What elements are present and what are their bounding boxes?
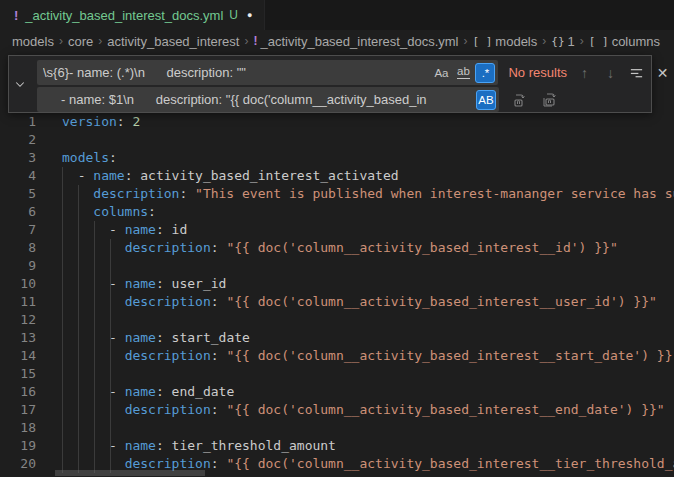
line-number: 6 xyxy=(0,203,36,221)
code-line: 2 xyxy=(0,131,674,149)
code-line: 12 xyxy=(0,311,674,329)
code-line: 11 description: "{{ doc('column__activit… xyxy=(0,293,674,311)
replace-row: - name: $1\n description: "{{ doc('colum… xyxy=(37,87,559,112)
code-line: 1version: 2 xyxy=(0,113,674,131)
code-line: 4 - name: activity_based_interest_activa… xyxy=(0,167,674,185)
line-number: 12 xyxy=(0,311,36,329)
toggle-replace-button[interactable] xyxy=(9,56,31,112)
breadcrumb-label: activity_based_interest xyxy=(107,34,239,49)
breadcrumb-separator-icon: › xyxy=(580,34,584,48)
find-in-selection-button[interactable] xyxy=(628,64,645,81)
find-status: No results xyxy=(508,65,567,80)
line-number: 1 xyxy=(0,113,36,131)
regex-toggle[interactable]: .* xyxy=(475,63,495,83)
find-input[interactable]: \s{6}- name: (.*)\n description: "" Aa a… xyxy=(37,60,498,85)
code-line: 18 xyxy=(0,419,674,437)
tab-activity-based-interest-docs[interactable]: ! _activity_based_interest_docs.yml U ● xyxy=(0,0,265,30)
line-number: 5 xyxy=(0,185,36,203)
code-area[interactable]: 1version: 223models:4 - name: activity_b… xyxy=(0,113,674,473)
breadcrumb: models›core›activity_based_interest›!_ac… xyxy=(0,30,674,52)
preserve-case-toggle[interactable]: AB xyxy=(476,90,496,110)
breadcrumb-item-columns[interactable]: [ ]columns xyxy=(589,34,660,49)
line-text: version: 2 xyxy=(62,113,140,131)
next-match-button[interactable]: ↓ xyxy=(602,64,619,81)
line-number: 14 xyxy=(0,347,36,365)
code-line: 14 description: "{{ doc('column__activit… xyxy=(0,347,674,365)
tab-filename: _activity_based_interest_docs.yml xyxy=(25,8,223,23)
breadcrumb-item-core[interactable]: core xyxy=(68,34,93,49)
replace-all-icon xyxy=(541,92,559,108)
breadcrumb-label: models xyxy=(12,34,54,49)
symbol-array-icon: [ ] xyxy=(472,35,492,48)
symbol-array-icon: [ ] xyxy=(589,35,609,48)
code-line: 9 xyxy=(0,257,674,275)
code-line: 15 xyxy=(0,365,674,383)
line-text: description: "{{ doc('column__activity_b… xyxy=(62,401,665,419)
yaml-warning-icon: ! xyxy=(14,8,18,23)
breadcrumb-separator-icon: › xyxy=(463,34,467,48)
file-warning-icon: ! xyxy=(253,34,257,48)
code-line: 10 - name: user_id xyxy=(0,275,674,293)
symbol-object-icon: {} xyxy=(551,35,564,48)
breadcrumb-label: core xyxy=(68,34,93,49)
breadcrumb-separator-icon: › xyxy=(59,34,63,48)
line-text: models: xyxy=(62,149,117,167)
breadcrumb-label: 1 xyxy=(568,34,575,49)
line-text: - name: activity_based_interest_activate… xyxy=(62,167,399,185)
replace-input[interactable]: - name: $1\n description: "{{ doc('colum… xyxy=(37,87,499,112)
breadcrumb-item-models[interactable]: [ ]models xyxy=(472,34,537,49)
line-text: - name: start_date xyxy=(62,329,250,347)
replace-icon xyxy=(512,92,528,108)
line-number: 19 xyxy=(0,437,36,455)
vscode-window: { "tab": { "file_icon": "!", "name": "_a… xyxy=(0,0,674,477)
breadcrumb-separator-icon: › xyxy=(244,34,248,48)
line-number: 3 xyxy=(0,149,36,167)
breadcrumb-label: columns xyxy=(612,34,660,49)
modified-dot-icon[interactable]: ● xyxy=(247,10,252,20)
find-query-text: \s{6}- name: (.*)\n description: "" xyxy=(43,65,429,80)
line-text: description: "{{ doc('column__activity_b… xyxy=(62,239,618,257)
line-number: 8 xyxy=(0,239,36,257)
line-number: 16 xyxy=(0,383,36,401)
breadcrumb-item-models[interactable]: models xyxy=(12,34,54,49)
line-text: - name: tier_threshold_amount xyxy=(62,437,336,455)
line-number: 13 xyxy=(0,329,36,347)
line-number: 4 xyxy=(0,167,36,185)
whole-word-toggle[interactable]: ab xyxy=(453,63,473,83)
code-line: 16 - name: end_date xyxy=(0,383,674,401)
find-replace-widget: \s{6}- name: (.*)\n description: "" Aa a… xyxy=(8,55,652,113)
code-line: 3models: xyxy=(0,149,674,167)
line-number: 2 xyxy=(0,131,36,149)
line-text: columns: xyxy=(62,203,156,221)
selection-icon xyxy=(629,65,644,80)
code-line: 6 columns: xyxy=(0,203,674,221)
code-line: 7 - name: id xyxy=(0,221,674,239)
previous-match-button[interactable]: ↑ xyxy=(576,64,593,81)
git-status-badge: U xyxy=(229,8,238,22)
line-text: - name: user_id xyxy=(62,275,226,293)
code-line: 13 - name: start_date xyxy=(0,329,674,347)
line-number: 11 xyxy=(0,293,36,311)
replace-value-text: - name: $1\n description: "{{ doc('colum… xyxy=(43,92,474,107)
code-line: 19 - name: tier_threshold_amount xyxy=(0,437,674,455)
horizontal-scrollbar[interactable] xyxy=(55,470,205,476)
find-row: \s{6}- name: (.*)\n description: "" Aa a… xyxy=(37,60,674,85)
breadcrumb-separator-icon: › xyxy=(542,34,546,48)
find-nav: ↑ ↓ ✕ xyxy=(567,64,671,81)
line-number: 15 xyxy=(0,365,36,383)
close-find-button[interactable]: ✕ xyxy=(654,64,671,81)
breadcrumb-item-1[interactable]: {}1 xyxy=(551,34,574,49)
line-text: - name: id xyxy=(62,221,187,239)
line-number: 18 xyxy=(0,419,36,437)
code-line: 17 description: "{{ doc('column__activit… xyxy=(0,401,674,419)
breadcrumb-item-activity_based_interest[interactable]: activity_based_interest xyxy=(107,34,239,49)
editor-pane[interactable]: 1version: 223models:4 - name: activity_b… xyxy=(0,52,674,477)
breadcrumb-item-_activity_based_interest_docs.yml[interactable]: !_activity_based_interest_docs.yml xyxy=(253,34,458,49)
line-text: description: "{{ doc('column__activity_b… xyxy=(62,347,674,365)
replace-all-button[interactable] xyxy=(541,92,559,108)
line-number: 17 xyxy=(0,401,36,419)
replace-button[interactable] xyxy=(512,92,528,108)
match-case-toggle[interactable]: Aa xyxy=(431,63,451,83)
code-line: 5 description: "This event is published … xyxy=(0,185,674,203)
line-number: 10 xyxy=(0,275,36,293)
